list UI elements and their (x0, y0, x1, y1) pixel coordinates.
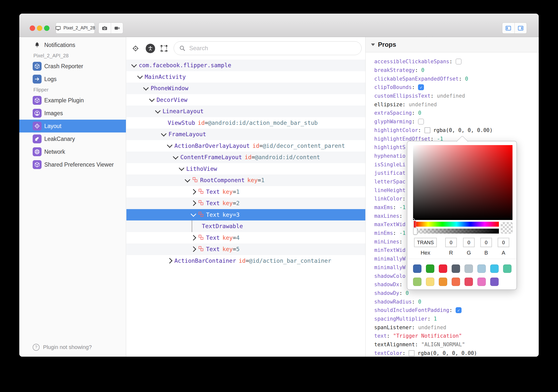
tree-row-rootcomponent[interactable]: RootComponentkey=1 (126, 174, 365, 186)
prop-value-number[interactable]: 0 (465, 76, 468, 82)
color-swatch[interactable] (452, 264, 460, 273)
chevron-down-icon[interactable] (149, 96, 155, 102)
chevron-right-icon[interactable] (191, 200, 196, 206)
toggle-left-sidebar-button[interactable] (502, 23, 514, 33)
chevron-down-icon[interactable] (167, 142, 173, 148)
blue-input[interactable] (480, 238, 492, 247)
chevron-down-icon[interactable] (131, 62, 137, 67)
screenshot-button[interactable] (99, 23, 111, 33)
chevron-right-icon[interactable] (191, 246, 196, 252)
prop-value-number[interactable]: 0 (418, 110, 421, 116)
color-swatch[interactable] (413, 278, 421, 286)
tree-row-text[interactable]: Textkey=2 (126, 197, 365, 209)
prop-value-string[interactable]: "Trigger Notification" (393, 333, 462, 339)
checkbox-unchecked-icon[interactable] (418, 119, 424, 125)
green-input[interactable] (463, 238, 475, 247)
tree-row-textdrawable[interactable]: TextDrawable (126, 220, 365, 232)
prop-value-number[interactable]: 1 (434, 316, 437, 322)
chevron-down-icon[interactable] (173, 154, 179, 159)
close-window-button[interactable] (30, 25, 35, 31)
color-swatch[interactable] (426, 278, 434, 286)
tree-row-lithoview[interactable]: LithoView (126, 163, 365, 175)
tree-row-com.facebook.flipper.sample[interactable]: com.facebook.flipper.sample (126, 60, 365, 71)
chevron-down-icon[interactable] (137, 73, 143, 79)
tree-row-framelayout[interactable]: FrameLayout (126, 129, 365, 140)
sidebar-item-network[interactable]: Network (19, 145, 126, 158)
chevron-right-icon[interactable] (191, 189, 196, 195)
color-swatch[interactable] (439, 278, 447, 286)
props-header[interactable]: Props (366, 37, 539, 52)
zoom-window-button[interactable] (44, 25, 49, 31)
chevron-down-icon[interactable] (155, 108, 161, 113)
alpha-slider[interactable] (414, 229, 499, 234)
tree-row-text[interactable]: Textkey=4 (126, 232, 365, 244)
prop-value-number[interactable]: 0 (418, 299, 421, 305)
target-mode-icon[interactable] (132, 45, 139, 52)
tree-row-actionbaroverlaylayout[interactable]: ActionBarOverlayLayoutid=@id/decor_conte… (126, 140, 365, 152)
tree-row-mainactivity[interactable]: MainActivity (126, 71, 365, 83)
alpha-input[interactable] (498, 238, 509, 247)
search-input[interactable] (189, 44, 356, 52)
hue-slider[interactable] (414, 222, 499, 227)
sidebar-item-crash-reporter[interactable]: Crash Reporter (19, 60, 126, 73)
tree-row-linearlayout[interactable]: LinearLayout (126, 106, 365, 117)
color-chip[interactable] (424, 127, 430, 133)
color-swatch[interactable] (477, 278, 486, 286)
sidebar-item-shared-preferences-viewer[interactable]: Shared Preferences Viewer (19, 158, 126, 171)
checkbox-checked-icon[interactable]: ✓ (456, 307, 462, 313)
tree-row-viewstub[interactable]: ViewStubid=@android:id/action_mode_bar_s… (126, 117, 365, 129)
device-selector-button[interactable]: Pixel_2_API_28 (56, 22, 95, 34)
tree-row-phonewindow[interactable]: PhoneWindow (126, 83, 365, 94)
sidebar-item-layout[interactable]: Layout (19, 120, 126, 132)
tree-row-text[interactable]: Textkey=3 (126, 209, 365, 221)
sidebar-item-notifications[interactable]: Notifications (19, 39, 126, 51)
chevron-down-icon[interactable] (191, 211, 196, 217)
chevron-down-icon[interactable] (161, 131, 167, 136)
chevron-right-icon[interactable] (191, 235, 196, 240)
color-chip[interactable] (409, 350, 415, 356)
tree-row-text[interactable]: Textkey=1 (126, 186, 365, 198)
color-swatch[interactable] (490, 264, 499, 273)
prop-value-number[interactable]: -1 (399, 204, 406, 210)
color-swatch[interactable] (452, 278, 460, 286)
toggle-right-sidebar-button[interactable] (514, 23, 527, 33)
accessibility-mode-icon[interactable] (146, 44, 155, 53)
minimize-window-button[interactable] (37, 25, 42, 31)
screen-record-button[interactable] (111, 23, 123, 33)
sidebar-item-logs[interactable]: Logs (19, 73, 126, 86)
checkbox-checked-icon[interactable]: ✓ (418, 84, 424, 90)
checkbox-unchecked-icon[interactable] (456, 59, 462, 65)
chevron-right-icon[interactable] (167, 258, 173, 263)
tree-row-text[interactable]: Textkey=5 (126, 243, 365, 255)
sidebar-item-leakcanary[interactable]: LeakCanary (19, 132, 126, 145)
alpha-field-label: A (498, 250, 509, 256)
prop-colon: : (399, 282, 402, 287)
prop-value-number[interactable]: -1 (399, 230, 406, 236)
tree-row-decorview[interactable]: DecorView (126, 94, 365, 106)
hue-slider-handle[interactable] (414, 221, 416, 228)
color-swatch[interactable] (465, 264, 473, 273)
tree-row-actionbarcontainer[interactable]: ActionBarContainerid=@id/action_bar_cont… (126, 255, 365, 267)
plugin-help-link[interactable]: ? Plugin not showing? (33, 344, 92, 351)
chevron-down-icon[interactable] (179, 165, 185, 171)
alpha-slider-handle[interactable] (413, 228, 417, 235)
prop-value-number[interactable]: 0 (421, 67, 424, 73)
color-swatch[interactable] (413, 264, 421, 273)
color-swatch[interactable] (477, 264, 486, 273)
chevron-down-icon[interactable] (143, 85, 149, 90)
hex-input[interactable] (414, 238, 437, 247)
color-swatch[interactable] (439, 264, 447, 273)
select-element-icon[interactable] (160, 44, 168, 52)
red-input[interactable] (445, 238, 457, 247)
prop-colon: : (402, 196, 406, 202)
sidebar-item-example-plugin[interactable]: Example Plugin (19, 94, 126, 107)
prop-value-number[interactable]: 0 (406, 290, 409, 296)
color-swatch[interactable] (503, 264, 512, 273)
color-swatch[interactable] (490, 278, 499, 286)
chevron-down-icon[interactable] (185, 177, 190, 182)
color-swatch[interactable] (426, 264, 434, 273)
tree-row-contentframelayout[interactable]: ContentFrameLayoutid=@android:id/content (126, 152, 365, 163)
saturation-value-gradient[interactable] (413, 145, 512, 220)
sidebar-item-images[interactable]: Images (19, 107, 126, 120)
color-swatch[interactable] (465, 278, 473, 286)
